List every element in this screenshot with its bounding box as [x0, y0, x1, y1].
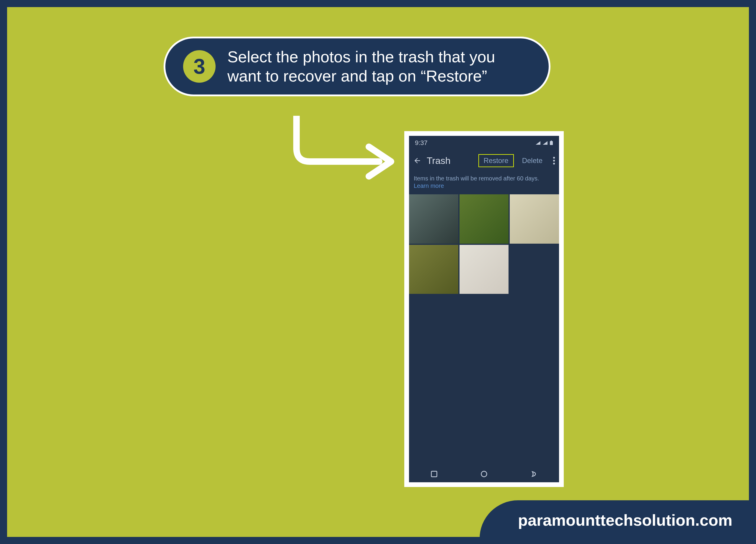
nav-home-icon[interactable] — [479, 469, 489, 479]
android-navbar — [409, 466, 559, 482]
learn-more-link[interactable]: Learn more — [414, 183, 444, 189]
statusbar: 9:37 — [409, 136, 559, 150]
trash-photo-thumbnail[interactable] — [460, 194, 509, 244]
svg-rect-0 — [550, 141, 553, 145]
footer-domain: paramounttechsolution.com — [518, 511, 732, 529]
instruction-text: Select the photos in the trash that you … — [227, 47, 531, 86]
phone-screen: 9:37 Trash Restore Delete Ite — [409, 136, 559, 482]
svg-point-3 — [481, 471, 487, 477]
nav-back-icon[interactable] — [529, 469, 539, 479]
appbar-title: Trash — [427, 155, 473, 166]
trash-photo-thumbnail[interactable] — [460, 245, 509, 294]
svg-rect-2 — [431, 471, 437, 477]
phone-mockup-frame: 9:37 Trash Restore Delete Ite — [404, 131, 564, 487]
svg-rect-1 — [551, 141, 552, 141]
info-line: Items in the trash will be removed after… — [414, 175, 539, 182]
statusbar-icons — [535, 141, 553, 145]
instruction-pill: 3 Select the photos in the trash that yo… — [164, 37, 550, 96]
infographic-canvas: 3 Select the photos in the trash that yo… — [0, 0, 756, 544]
appbar: Trash Restore Delete — [409, 150, 559, 171]
back-arrow-icon[interactable] — [413, 157, 421, 165]
more-vert-icon[interactable] — [553, 157, 555, 164]
delete-button[interactable]: Delete — [519, 155, 545, 167]
photo-grid — [409, 194, 559, 294]
statusbar-time: 9:37 — [415, 139, 428, 147]
nav-recent-icon[interactable] — [429, 469, 439, 479]
step-number-badge: 3 — [183, 50, 216, 83]
arrow-icon — [291, 116, 397, 181]
restore-button[interactable]: Restore — [478, 154, 514, 167]
step-number: 3 — [193, 54, 205, 79]
trash-info-text: Items in the trash will be removed after… — [409, 171, 559, 194]
trash-photo-thumbnail[interactable] — [409, 245, 458, 294]
footer-domain-tag: paramounttechsolution.com — [480, 500, 756, 544]
trash-photo-thumbnail[interactable] — [409, 194, 458, 244]
trash-photo-thumbnail[interactable] — [510, 194, 559, 244]
